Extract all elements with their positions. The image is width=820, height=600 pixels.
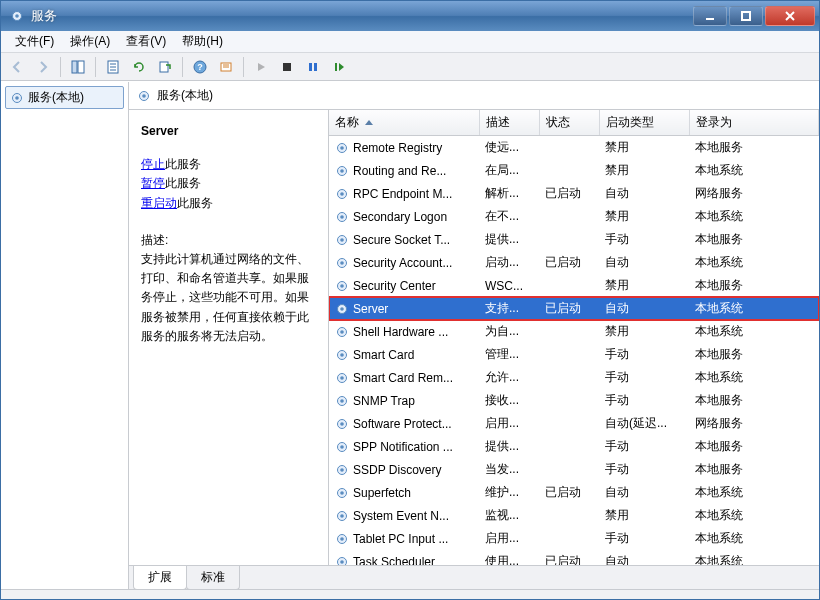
service-row[interactable]: Superfetch维护...已启动自动本地系统 bbox=[329, 481, 819, 504]
gear-icon bbox=[335, 210, 349, 224]
service-startup: 禁用 bbox=[599, 136, 689, 160]
service-row[interactable]: Shell Hardware ...为自...禁用本地系统 bbox=[329, 320, 819, 343]
gear-icon bbox=[335, 187, 349, 201]
tab-extended[interactable]: 扩展 bbox=[133, 566, 187, 590]
service-name: Secondary Logon bbox=[353, 210, 447, 224]
service-startup: 手动 bbox=[599, 366, 689, 389]
main-header: 服务(本地) bbox=[129, 82, 819, 110]
service-row[interactable]: RPC Endpoint M...解析...已启动自动网络服务 bbox=[329, 182, 819, 205]
service-row[interactable]: Task Scheduler使用...已启动自动本地系统 bbox=[329, 550, 819, 565]
service-row[interactable]: Secondary Logon在不...禁用本地系统 bbox=[329, 205, 819, 228]
service-desc: 提供... bbox=[479, 228, 539, 251]
restart-link[interactable]: 重启动 bbox=[141, 196, 177, 210]
start-service-button[interactable] bbox=[249, 56, 273, 78]
svg-rect-21 bbox=[335, 63, 337, 71]
stop-link[interactable]: 停止 bbox=[141, 157, 165, 171]
service-desc: WSC... bbox=[479, 274, 539, 297]
gear-icon bbox=[335, 348, 349, 362]
menu-file[interactable]: 文件(F) bbox=[7, 31, 62, 52]
titlebar[interactable]: 服务 bbox=[1, 1, 819, 31]
menu-help[interactable]: 帮助(H) bbox=[174, 31, 231, 52]
service-row[interactable]: SPP Notification ...提供...手动本地服务 bbox=[329, 435, 819, 458]
menu-view[interactable]: 查看(V) bbox=[118, 31, 174, 52]
service-row[interactable]: Software Protect...启用...自动(延迟...网络服务 bbox=[329, 412, 819, 435]
service-name: Tablet PC Input ... bbox=[353, 532, 448, 546]
service-status bbox=[539, 527, 599, 550]
close-button[interactable] bbox=[765, 6, 815, 26]
service-row[interactable]: Smart Card管理...手动本地服务 bbox=[329, 343, 819, 366]
toolbar-extra-button[interactable] bbox=[214, 56, 238, 78]
service-status bbox=[539, 343, 599, 366]
detail-desc-text: 支持此计算机通过网络的文件、打印、和命名管道共享。如果服务停止，这些功能不可用。… bbox=[141, 250, 316, 346]
menu-action[interactable]: 操作(A) bbox=[62, 31, 118, 52]
forward-button[interactable] bbox=[31, 56, 55, 78]
service-row[interactable]: Smart Card Rem...允许...手动本地系统 bbox=[329, 366, 819, 389]
service-desc: 支持... bbox=[479, 297, 539, 320]
properties-button[interactable] bbox=[101, 56, 125, 78]
service-logon: 网络服务 bbox=[689, 182, 819, 205]
service-status bbox=[539, 205, 599, 228]
service-row[interactable]: Security CenterWSC...禁用本地服务 bbox=[329, 274, 819, 297]
service-row[interactable]: Tablet PC Input ...启用...手动本地系统 bbox=[329, 527, 819, 550]
col-logon[interactable]: 登录为 bbox=[689, 110, 819, 136]
pause-service-button[interactable] bbox=[301, 56, 325, 78]
back-button[interactable] bbox=[5, 56, 29, 78]
service-desc: 启用... bbox=[479, 527, 539, 550]
service-row[interactable]: Remote Registry使远...禁用本地服务 bbox=[329, 136, 819, 160]
service-status: 已启动 bbox=[539, 481, 599, 504]
svg-rect-18 bbox=[283, 63, 291, 71]
service-status bbox=[539, 504, 599, 527]
gear-icon bbox=[335, 486, 349, 500]
service-logon: 本地系统 bbox=[689, 550, 819, 565]
service-desc: 在局... bbox=[479, 159, 539, 182]
stop-service-button[interactable] bbox=[275, 56, 299, 78]
service-status: 已启动 bbox=[539, 182, 599, 205]
maximize-button[interactable] bbox=[729, 6, 763, 26]
detail-pane: Server 停止此服务 暂停此服务 重启动此服务 描述: 支持此计算机通过网络… bbox=[129, 110, 329, 565]
service-desc: 提供... bbox=[479, 435, 539, 458]
gear-icon bbox=[335, 440, 349, 454]
col-desc[interactable]: 描述 bbox=[479, 110, 539, 136]
pause-link[interactable]: 暂停 bbox=[141, 176, 165, 190]
service-name: Security Center bbox=[353, 279, 436, 293]
service-row[interactable]: Security Account...启动...已启动自动本地系统 bbox=[329, 251, 819, 274]
service-row[interactable]: Secure Socket T...提供...手动本地服务 bbox=[329, 228, 819, 251]
service-row[interactable]: System Event N...监视...禁用本地系统 bbox=[329, 504, 819, 527]
service-row[interactable]: SSDP Discovery当发...手动本地服务 bbox=[329, 458, 819, 481]
service-desc: 在不... bbox=[479, 205, 539, 228]
show-hide-tree-button[interactable] bbox=[66, 56, 90, 78]
refresh-button[interactable] bbox=[127, 56, 151, 78]
export-button[interactable] bbox=[153, 56, 177, 78]
gear-icon bbox=[335, 417, 349, 431]
service-desc: 管理... bbox=[479, 343, 539, 366]
restart-service-button[interactable] bbox=[327, 56, 351, 78]
nav-root-services[interactable]: 服务(本地) bbox=[5, 86, 124, 109]
service-row[interactable]: Routing and Re...在局...禁用本地系统 bbox=[329, 159, 819, 182]
service-row[interactable]: SNMP Trap接收...手动本地服务 bbox=[329, 389, 819, 412]
gear-icon bbox=[335, 302, 349, 316]
service-logon: 网络服务 bbox=[689, 412, 819, 435]
col-startup[interactable]: 启动类型 bbox=[599, 110, 689, 136]
service-name: Server bbox=[353, 302, 388, 316]
tab-standard[interactable]: 标准 bbox=[186, 566, 240, 590]
gear-icon bbox=[335, 394, 349, 408]
service-name: Software Protect... bbox=[353, 417, 452, 431]
col-name[interactable]: 名称 bbox=[329, 110, 479, 136]
service-desc: 维护... bbox=[479, 481, 539, 504]
service-logon: 本地系统 bbox=[689, 159, 819, 182]
service-list[interactable]: 名称 描述 状态 启动类型 登录为 Remote Registry使远...禁用… bbox=[329, 110, 819, 565]
service-startup: 自动 bbox=[599, 182, 689, 205]
svg-rect-19 bbox=[309, 63, 312, 71]
col-status[interactable]: 状态 bbox=[539, 110, 599, 136]
app-icon bbox=[9, 8, 25, 24]
help-button[interactable]: ? bbox=[188, 56, 212, 78]
window: 服务 文件(F) 操作(A) 查看(V) 帮助(H) bbox=[0, 0, 820, 600]
statusbar bbox=[1, 589, 819, 599]
service-name: Security Account... bbox=[353, 256, 452, 270]
minimize-button[interactable] bbox=[693, 6, 727, 26]
service-logon: 本地系统 bbox=[689, 297, 819, 320]
service-desc: 启用... bbox=[479, 412, 539, 435]
service-status bbox=[539, 228, 599, 251]
service-startup: 自动 bbox=[599, 297, 689, 320]
service-row[interactable]: Server支持...已启动自动本地系统 bbox=[329, 297, 819, 320]
